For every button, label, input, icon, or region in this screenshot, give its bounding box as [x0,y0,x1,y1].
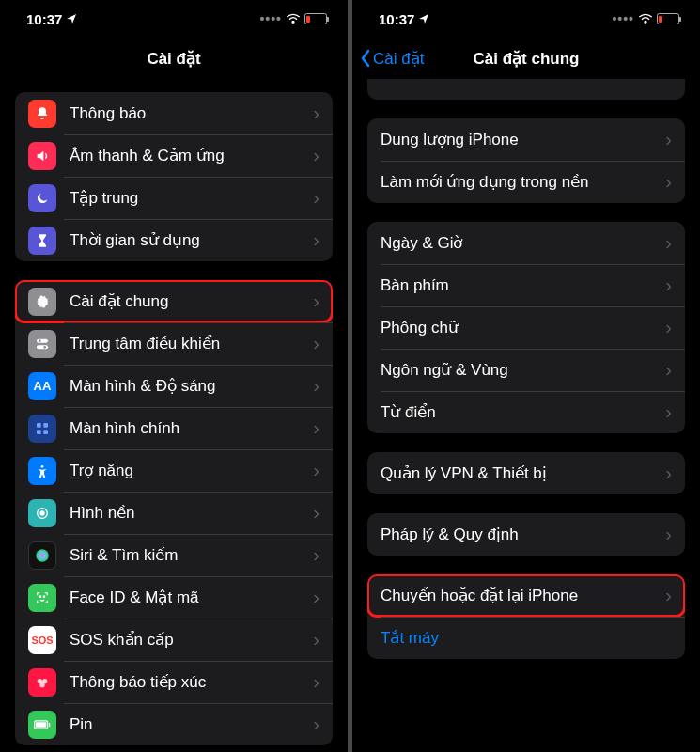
general-group-4: Pháp lý & Quy định › [367,513,685,556]
row-fonts[interactable]: Phông chữ › [367,306,685,349]
svg-rect-2 [37,345,48,349]
chevron-right-icon: › [665,129,672,150]
siri-icon [28,541,56,570]
row-label: Làm mới ứng dụng trong nền [381,172,660,192]
row-accessibility[interactable]: Trợ năng › [15,449,333,492]
svg-rect-6 [43,423,48,428]
row-screentime[interactable]: Thời gian sử dụng › [15,219,333,261]
chevron-right-icon: › [313,187,319,209]
row-control-center[interactable]: Trung tâm điều khiển › [15,322,333,365]
sos-icon: SOS [28,626,56,654]
general-content[interactable]: Dung lượng iPhone › Làm mới ứng dụng tro… [352,79,700,659]
row-transfer-reset[interactable]: Chuyển hoặc đặt lại iPhone › [367,574,685,617]
row-general[interactable]: Cài đặt chung › [15,280,333,322]
row-label: Quản lý VPN & Thiết bị [381,463,660,483]
row-storage[interactable]: Dung lượng iPhone › [367,118,685,161]
battery-icon [304,13,327,24]
row-label: Pin [70,715,307,734]
row-siri[interactable]: Siri & Tìm kiếm › [15,534,333,576]
chevron-right-icon: › [313,671,319,693]
svg-point-21 [645,21,646,23]
row-dictionary[interactable]: Từ điển › [367,391,685,433]
chevron-right-icon: › [313,145,319,166]
exposure-icon [28,668,56,697]
cellular-dots: •••• [259,11,282,26]
svg-rect-8 [43,430,48,434]
svg-point-0 [292,21,294,23]
row-keyboard[interactable]: Bàn phím › [367,264,685,306]
chevron-right-icon: › [665,232,672,254]
general-group-1: Dung lượng iPhone › Làm mới ứng dụng tro… [367,118,685,203]
svg-point-11 [40,511,44,515]
svg-rect-20 [36,722,46,728]
row-label: Phông chữ [381,318,660,337]
chevron-right-icon: › [313,333,319,354]
row-faceid[interactable]: Face ID & Mật mã › [15,576,333,619]
hourglass-icon [28,227,56,255]
row-label: Màn hình & Độ sáng [70,376,307,396]
chevron-right-icon: › [313,502,319,524]
row-label: Ngày & Giờ [381,233,660,253]
row-label: Trung tâm điều khiển [70,334,307,353]
chevron-right-icon: › [665,524,672,545]
row-label: Tắt máy [381,628,672,648]
row-label: Thông báo tiếp xúc [70,672,307,692]
svg-point-3 [39,339,41,342]
row-vpn-device[interactable]: Quản lý VPN & Thiết bị › [367,452,685,494]
general-group-0 [367,79,685,100]
chevron-right-icon: › [665,462,672,484]
svg-rect-7 [37,430,41,434]
svg-rect-5 [37,423,41,428]
row-label: Từ điển [381,402,660,422]
svg-rect-1 [37,338,48,342]
row-background-refresh[interactable]: Làm mới ứng dụng trong nền › [367,161,685,203]
row-sounds[interactable]: Âm thanh & Cảm ứng › [15,134,333,177]
chevron-right-icon: › [313,460,319,481]
chevron-right-icon: › [665,359,672,381]
chevron-right-icon: › [313,229,319,251]
row-shutdown[interactable]: Tắt máy [367,617,685,659]
chevron-left-icon [360,49,371,68]
page-title: Cài đặt chung [474,49,580,69]
battery-settings-icon [28,711,56,739]
phone-right: 10:37 •••• Cài đặt Cài đặt chung Dung lư… [352,0,700,752]
row-label: SOS khẩn cấp [70,630,307,650]
row-date-time[interactable]: Ngày & Giờ › [367,222,685,264]
row-label: Bàn phím [381,276,660,295]
row-language-region[interactable]: Ngôn ngữ & Vùng › [367,349,685,391]
chevron-right-icon: › [313,290,319,312]
chevron-right-icon: › [313,544,319,566]
row-wallpaper[interactable]: Hình nền › [15,492,333,534]
row-home-screen[interactable]: Màn hình chính › [15,407,333,449]
chevron-right-icon: › [313,629,319,650]
row-label: Face ID & Mật mã [70,588,307,607]
row-label: Thời gian sử dụng [70,230,307,250]
row-display[interactable]: AA Màn hình & Độ sáng › [15,365,333,407]
svg-point-17 [39,682,44,687]
status-bar: 10:37 •••• [352,0,700,38]
chevron-right-icon: › [665,401,672,423]
location-icon [66,13,77,24]
svg-point-14 [43,596,44,597]
row-label: Hình nền [70,503,307,523]
chevron-right-icon: › [665,274,672,296]
row-label: Trợ năng [70,461,307,480]
grid-icon [28,415,56,443]
chevron-right-icon: › [665,585,672,606]
settings-content[interactable]: Thông báo › Âm thanh & Cảm ứng › Tập tru… [0,79,348,745]
row-sos[interactable]: SOS SOS khẩn cấp › [15,619,333,661]
page-title: Cài đặt [147,49,200,69]
row-notifications[interactable]: Thông báo › [15,92,333,134]
row-label: Cài đặt chung [70,291,307,311]
row-focus[interactable]: Tập trung › [15,177,333,219]
back-button[interactable]: Cài đặt [360,49,424,69]
chevron-right-icon: › [313,713,319,735]
gear-icon [28,288,56,316]
back-label: Cài đặt [373,49,424,69]
row-exposure[interactable]: Thông báo tiếp xúc › [15,661,333,703]
battery-icon [657,13,679,24]
bell-icon [28,100,56,128]
row-legal[interactable]: Pháp lý & Quy định › [367,513,685,556]
row-battery[interactable]: Pin › [15,703,333,745]
svg-point-9 [41,465,44,468]
